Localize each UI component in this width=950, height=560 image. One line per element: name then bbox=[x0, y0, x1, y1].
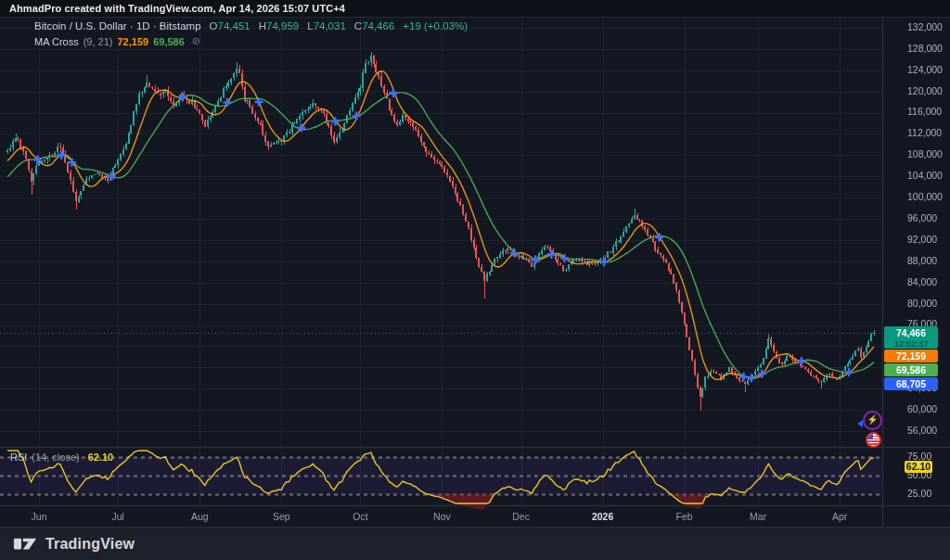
tradingview-snapshot: AhmadPro created with TradingView.com, A… bbox=[0, 0, 950, 560]
tradingview-logo[interactable]: TradingView bbox=[13, 536, 135, 553]
ma-fast-price-label: 72,159 bbox=[884, 350, 938, 363]
symbol-title: Bitcoin / U.S. Dollar · 1D · Bitstamp bbox=[34, 20, 201, 32]
hide-indicator-icon[interactable]: ⊘ bbox=[192, 35, 200, 47]
tradingview-logo-text: TradingView bbox=[45, 536, 135, 553]
last-price-label: 74,466 12:52:37 bbox=[884, 326, 938, 349]
ohlc-high: H74,959 bbox=[255, 20, 300, 32]
rsi-value: 62.10 bbox=[88, 452, 114, 463]
price-chart-canvas[interactable] bbox=[0, 0, 950, 560]
rsi-legend[interactable]: RSI (14, close) 62.10 bbox=[10, 452, 113, 463]
ma-cross-legend[interactable]: MA Cross (9, 21) 72,159 69,586 ⊘ bbox=[34, 35, 200, 47]
ohlc-close: C74,466 bbox=[351, 20, 395, 32]
rsi-axis-label: 62.10 bbox=[905, 461, 932, 473]
ma-cross-label: MA Cross bbox=[34, 36, 79, 47]
ma-cross-params: (9, 21) bbox=[83, 36, 113, 47]
brand-bar: TradingView bbox=[0, 527, 950, 560]
symbol-legend[interactable]: Bitcoin / U.S. Dollar · 1D · Bitstamp O7… bbox=[34, 20, 468, 32]
ma-slow-value: 69,586 bbox=[153, 36, 185, 47]
boost-lightning-icon[interactable]: ⚡ bbox=[863, 411, 882, 430]
ma-slow-price-label: 69,586 bbox=[884, 363, 938, 376]
last-price-value: 74,466 bbox=[884, 326, 938, 339]
change-value: +19 (+0.03%) bbox=[403, 20, 468, 32]
ohlc-low: L74,031 bbox=[303, 20, 346, 32]
bar-countdown: 12:52:37 bbox=[884, 339, 938, 349]
tradingview-logo-icon bbox=[13, 536, 38, 553]
ma-fast-value: 72,159 bbox=[117, 36, 148, 47]
attribution-text: AhmadPro created with TradingView.com, A… bbox=[9, 3, 345, 14]
ohlc-open: O74,451 bbox=[206, 20, 250, 32]
rsi-params: (14, close) bbox=[32, 452, 79, 463]
cross-price-label: 68,705 bbox=[884, 377, 938, 390]
flag-emoji-icon[interactable] bbox=[866, 432, 881, 448]
rsi-label: RSI bbox=[10, 452, 27, 463]
